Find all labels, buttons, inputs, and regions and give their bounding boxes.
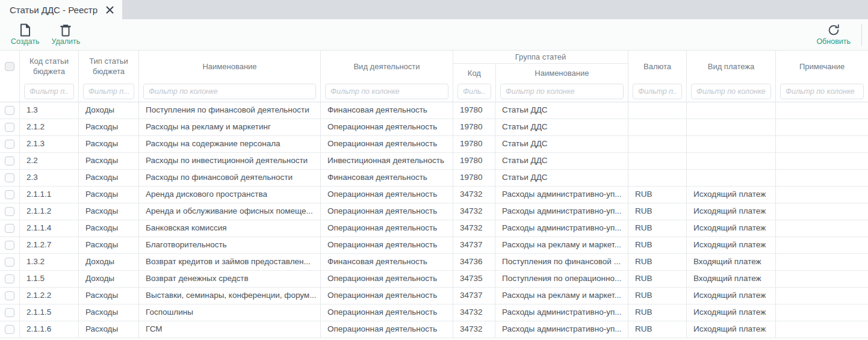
- row-checkbox[interactable]: [5, 140, 14, 149]
- filter-budget-code-input[interactable]: [24, 84, 74, 99]
- row-checkbox[interactable]: [5, 291, 14, 300]
- tab-cashflow-registry[interactable]: Статьи ДДС - Реестр: [0, 0, 122, 19]
- column-payment-type[interactable]: Вид платежа: [686, 51, 775, 102]
- filter-group-code-input[interactable]: [457, 84, 491, 99]
- delete-button[interactable]: Удалить: [46, 22, 87, 47]
- cell-activity: Операционная деятельность: [320, 288, 453, 304]
- column-currency[interactable]: Валюта: [628, 51, 686, 102]
- cell-budget-code: 2.1.1.5: [19, 304, 78, 321]
- table-row[interactable]: 1.1.5ДоходыВозврат денежных средствОпера…: [0, 271, 868, 288]
- table-row[interactable]: 2.1.1.1РасходыАренда дискового пространс…: [0, 187, 868, 203]
- cell-name: Госпошлины: [138, 304, 320, 321]
- cell-note: [775, 187, 868, 203]
- column-name-label: Наименование: [139, 51, 320, 82]
- filter-note-input[interactable]: [780, 84, 864, 99]
- table-row[interactable]: 2.3РасходыРасходы по финансовой деятельн…: [0, 170, 868, 187]
- cell-group-code: 34737: [453, 237, 495, 253]
- cell-note: [775, 153, 868, 169]
- row-checkbox[interactable]: [5, 224, 14, 233]
- cell-budget-type: Доходы: [78, 102, 138, 119]
- row-checkbox[interactable]: [5, 325, 14, 334]
- cell-payment-type: Исходящий платеж: [686, 187, 775, 203]
- cell-group-code: 34737: [453, 288, 495, 304]
- column-activity[interactable]: Вид деятельности: [320, 51, 453, 102]
- cell-currency: [628, 136, 686, 152]
- filter-currency-input[interactable]: [633, 84, 682, 99]
- header-checkbox-cell: [0, 51, 19, 102]
- cell-payment-type: [686, 136, 775, 152]
- row-checkbox[interactable]: [5, 258, 14, 267]
- row-checkbox[interactable]: [5, 123, 14, 132]
- cell-currency: [628, 153, 686, 169]
- filter-group-name-input[interactable]: [500, 84, 624, 99]
- cell-note: [775, 220, 868, 236]
- cell-budget-code: 2.1.1.2: [19, 203, 78, 220]
- cell-note: [775, 254, 868, 270]
- cell-payment-type: Исходящий платеж: [686, 304, 775, 321]
- cell-payment-type: [686, 102, 775, 119]
- row-checkbox[interactable]: [5, 308, 14, 317]
- row-checkbox[interactable]: [5, 207, 14, 216]
- table-row[interactable]: 1.3.2ДоходыВозврат кредитов и займов пре…: [0, 254, 868, 271]
- filter-payment-type-input[interactable]: [691, 84, 771, 99]
- filter-name-input[interactable]: [143, 84, 316, 99]
- table-row[interactable]: 2.1.2.2РасходыВыставки, семинары, конфер…: [0, 288, 868, 304]
- table-row[interactable]: 2.1.1.4РасходыБанковская комиссияОпераци…: [0, 220, 868, 237]
- select-all-checkbox[interactable]: [5, 62, 14, 71]
- cell-name: Аренда дискового пространства: [138, 187, 320, 203]
- table-row[interactable]: 2.1.2РасходыРасходы на рекламу и маркети…: [0, 119, 868, 136]
- cell-currency: RUB: [628, 321, 686, 338]
- column-note[interactable]: Примечание: [775, 51, 868, 102]
- cell-currency: [628, 119, 686, 135]
- row-checkbox-cell: [0, 203, 19, 220]
- cell-budget-type: Расходы: [78, 187, 138, 203]
- cell-budget-code: 2.1.2.7: [19, 237, 78, 253]
- cell-group-name: Статьи ДДС: [495, 102, 628, 119]
- tab-bar: Статьи ДДС - Реестр: [0, 0, 868, 19]
- delete-button-label: Удалить: [52, 38, 81, 46]
- cell-group-name: Статьи ДДС: [495, 170, 628, 186]
- row-checkbox[interactable]: [5, 106, 14, 115]
- filter-activity-input[interactable]: [325, 84, 448, 99]
- cell-currency: [628, 102, 686, 119]
- table-row[interactable]: 1.3ДоходыПоступления по финансовой деяте…: [0, 102, 868, 119]
- create-button-label: Создать: [11, 38, 40, 46]
- cell-currency: [628, 170, 686, 186]
- table-row[interactable]: 2.2РасходыРасходы по инвестиционной деят…: [0, 153, 868, 170]
- close-icon[interactable]: [106, 6, 114, 14]
- cell-group-code: 19780: [453, 136, 495, 152]
- table-row[interactable]: 2.1.1.2РасходыАренда и обслуживание офис…: [0, 203, 868, 220]
- row-checkbox-cell: [0, 254, 19, 270]
- table-row[interactable]: 2.1.3РасходыРасходы на содержание персон…: [0, 136, 868, 153]
- cell-note: [775, 288, 868, 304]
- row-checkbox-cell: [0, 187, 19, 203]
- create-button[interactable]: Создать: [5, 22, 46, 47]
- row-checkbox[interactable]: [5, 274, 14, 283]
- cell-note: [775, 321, 868, 338]
- table-row[interactable]: 2.1.1.5РасходыГоспошлиныОперационная дея…: [0, 304, 868, 321]
- row-checkbox[interactable]: [5, 190, 14, 199]
- filter-budget-type-input[interactable]: [83, 84, 134, 99]
- column-budget-code[interactable]: Код статьи бюджета: [19, 51, 78, 102]
- refresh-button[interactable]: Обновить: [810, 22, 857, 47]
- cell-name: Благотворительность: [138, 237, 320, 253]
- cell-budget-code: 2.1.3: [19, 136, 78, 152]
- column-budget-type[interactable]: Тип статьи бюджета: [78, 51, 138, 102]
- cell-currency: RUB: [628, 187, 686, 203]
- column-budget-type-label: Тип статьи бюджета: [79, 51, 138, 82]
- table-row[interactable]: 2.1.1.6РасходыГСМОперационная деятельнос…: [0, 321, 868, 338]
- table-row[interactable]: 2.1.2.7РасходыБлаготворительностьОпераци…: [0, 237, 868, 254]
- table-header: Код статьи бюджета Тип статьи бюджета На…: [0, 51, 868, 102]
- column-name[interactable]: Наименование: [138, 51, 320, 102]
- cell-budget-type: Расходы: [78, 304, 138, 321]
- row-checkbox[interactable]: [5, 173, 14, 182]
- row-checkbox[interactable]: [5, 156, 14, 165]
- cell-group-code: 19780: [453, 102, 495, 119]
- row-checkbox[interactable]: [5, 241, 14, 250]
- column-group-code-label[interactable]: Код: [453, 64, 495, 83]
- cell-activity: Операционная деятельность: [320, 271, 453, 287]
- cell-group-code: 34732: [453, 187, 495, 203]
- cell-name: Возврат кредитов и займов предоставлен..…: [138, 254, 320, 270]
- cell-currency: RUB: [628, 220, 686, 236]
- column-group-name-label[interactable]: Наименование: [495, 64, 628, 83]
